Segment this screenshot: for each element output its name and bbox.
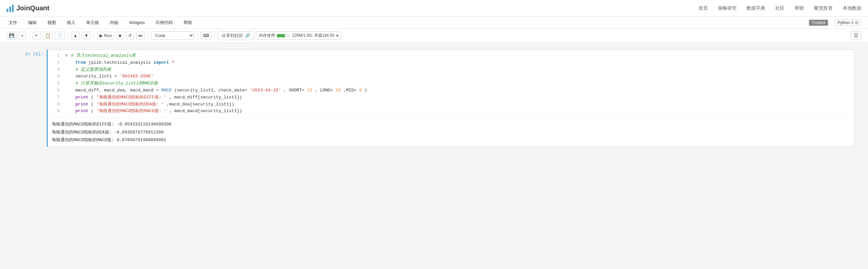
logo-icon: [7, 5, 14, 12]
print1-p2: , macd_diff[security_list1]): [169, 95, 242, 100]
paste-button[interactable]: 📄: [55, 32, 65, 39]
menu-view[interactable]: 视图: [45, 18, 58, 27]
num-mid: 9: [359, 88, 362, 93]
nav-local[interactable]: 本地数据: [843, 4, 861, 13]
nav-links: 首页 策略研究 数据字典 社区 帮助 聚宽投资 本地数据: [699, 4, 861, 13]
menu-examples[interactable]: 示例代码: [153, 18, 175, 27]
python-label: Python 3: [838, 20, 853, 25]
str-print2: '海格通信的MACD指标的DEA值: ': [96, 102, 164, 107]
cell-wrapper: In [6]: 1 ▼ # 导入technical_analysis库 2 fr…: [13, 50, 855, 147]
line-num-3: 3: [52, 66, 60, 73]
menu-edit[interactable]: 编辑: [26, 18, 39, 27]
fold-triangle[interactable]: ▼: [65, 53, 68, 58]
menu-insert[interactable]: 插入: [65, 18, 78, 27]
memory-label: 内存使用: [259, 33, 275, 38]
macd-args-2: , SHORT=: [284, 88, 304, 93]
memory-display: 内存使用 226M/1.0G, 本篇184.50 ▾: [256, 31, 342, 40]
macd-args-1: (security_list1, check_date=: [175, 88, 247, 93]
line-num-4: 4: [52, 73, 60, 80]
code-line-5: 5 # 计算并输出security_list1的MACD值: [52, 80, 850, 87]
print2-p1: (: [91, 102, 94, 107]
share-button[interactable]: 分享到社区 🔗: [218, 31, 254, 40]
keyboard-button[interactable]: ⌨: [200, 32, 212, 39]
cell-prompt: In [6]:: [13, 50, 47, 56]
menu-bar: 文件 编辑 视图 插入 单元格 内核 Widgets 示例代码 帮助 Trust…: [0, 17, 868, 29]
logo[interactable]: JoinQuant: [7, 4, 50, 12]
move-down-button[interactable]: ▼: [82, 32, 91, 39]
menu-kernel[interactable]: 内核: [108, 18, 120, 27]
cut-button[interactable]: ✂: [32, 32, 41, 39]
menu-file[interactable]: 文件: [7, 18, 19, 27]
cell-type-select[interactable]: Code Markdown Raw NBConvert: [151, 31, 194, 40]
nav-community[interactable]: 社区: [775, 4, 784, 13]
nav-help[interactable]: 帮助: [795, 4, 804, 13]
print3-p1: (: [91, 109, 94, 114]
run-button[interactable]: ▶ Run: [97, 32, 114, 39]
list-button[interactable]: ☰: [851, 31, 861, 40]
op-star: *: [172, 60, 175, 65]
stop-button[interactable]: ■: [117, 32, 124, 39]
nav-data[interactable]: 数据字典: [747, 4, 765, 13]
output-line-3: 海格通信的MACD指标的MACD值: 0.07850791908889901: [52, 136, 850, 144]
line-num-5: 5: [52, 80, 60, 87]
cell-output: 海格通信的MACD指标的DIFF值: -0.054333118146690396…: [48, 118, 854, 147]
nav-invest[interactable]: 聚宽投资: [814, 4, 833, 13]
logo-bar-2: [9, 7, 11, 12]
trusted-badge: Trusted: [809, 20, 828, 26]
code-comment-3: # 定义股票池列表: [75, 67, 111, 72]
line-num-7: 7: [52, 94, 60, 101]
add-cell-button[interactable]: +: [19, 32, 26, 39]
line-num-9: 9: [52, 108, 60, 115]
str-date: '2024-04-26': [250, 88, 281, 93]
code-line-4: 4 security_list1 = '002465.XSHE': [52, 73, 850, 80]
str-print1: '海格通信的MACD指标的DIFF值: ': [96, 95, 166, 100]
main-content: In [6]: 1 ▼ # 导入technical_analysis库 2 fr…: [0, 43, 868, 269]
python-badge: Python 3: [835, 19, 861, 26]
code-comment-1: # 导入technical_analysis库: [71, 53, 136, 58]
code-line-1: 1 ▼ # 导入technical_analysis库: [52, 52, 850, 59]
nav-home[interactable]: 首页: [699, 4, 708, 13]
code-line-8: 8 print ( '海格通信的MACD指标的DEA值: ' ,macd_dea…: [52, 101, 850, 108]
toolbar-separator-1: [29, 32, 29, 40]
plain-jqlib: jqlib.technical_analysis: [88, 60, 153, 65]
save-button[interactable]: 💾: [7, 32, 17, 39]
share-label: 分享到社区: [221, 33, 243, 39]
func-macd: MACD: [161, 88, 172, 93]
cell-input: 1 ▼ # 导入technical_analysis库 2 from jqlib…: [48, 50, 854, 118]
str-security: '002465.XSHE': [120, 74, 153, 79]
top-navigation: JoinQuant 首页 策略研究 数据字典 社区 帮助 聚宽投资 本地数据: [0, 0, 868, 17]
menu-cell[interactable]: 单元格: [84, 18, 101, 27]
restart-button[interactable]: ↺: [126, 32, 134, 39]
memory-dropdown-icon[interactable]: ▾: [336, 33, 338, 38]
print1-p1: (: [91, 95, 94, 100]
code-line-7: 7 print ( '海格通信的MACD指标的DIFF值: ' , macd_d…: [52, 94, 850, 101]
toolbar-separator-4: [148, 32, 149, 40]
line-num-1: 1: [52, 52, 60, 59]
macd-args-5: ): [364, 88, 367, 93]
print2-p2: ,macd_dea[security_list1]): [166, 102, 234, 107]
var-security: security_list1 =: [75, 74, 120, 79]
code-line-9: 9 print ( '海格通信的MACD指标的MACD值: ' , macd_m…: [52, 108, 850, 115]
menu-widgets[interactable]: Widgets: [127, 19, 147, 26]
output-line-2: 海格通信的MACD指标的DEA值: -0.0935870776911399: [52, 128, 850, 136]
move-up-button[interactable]: ▲: [71, 32, 80, 39]
logo-bar-1: [7, 9, 8, 12]
num-long: 26: [336, 88, 341, 93]
cell-body[interactable]: 1 ▼ # 导入technical_analysis库 2 from jqlib…: [47, 50, 855, 147]
toolbar-separator-2: [68, 32, 68, 40]
menu-help[interactable]: 帮助: [182, 18, 194, 27]
func-print-2: print: [75, 102, 88, 107]
toolbar-separator-5: [197, 32, 197, 40]
str-print3: '海格通信的MACD指标的MACD值: ': [96, 109, 166, 114]
line-num-2: 2: [52, 59, 60, 66]
toolbar-separator-6: [215, 32, 215, 40]
memory-bar-fill: [277, 34, 285, 37]
memory-bar-container: [277, 34, 290, 37]
code-line-6: 6 macd_diff, macd_dea, macd_macd = MACD …: [52, 87, 850, 94]
code-line-3: 3 # 定义股票池列表: [52, 66, 850, 73]
restart-run-button[interactable]: ⏭: [136, 32, 145, 39]
nav-strategy[interactable]: 策略研究: [718, 4, 737, 13]
copy-button[interactable]: 📋: [43, 32, 53, 39]
logo-text: JoinQuant: [17, 4, 50, 12]
var-macd-assign: macd_diff, macd_dea, macd_macd =: [75, 88, 161, 93]
